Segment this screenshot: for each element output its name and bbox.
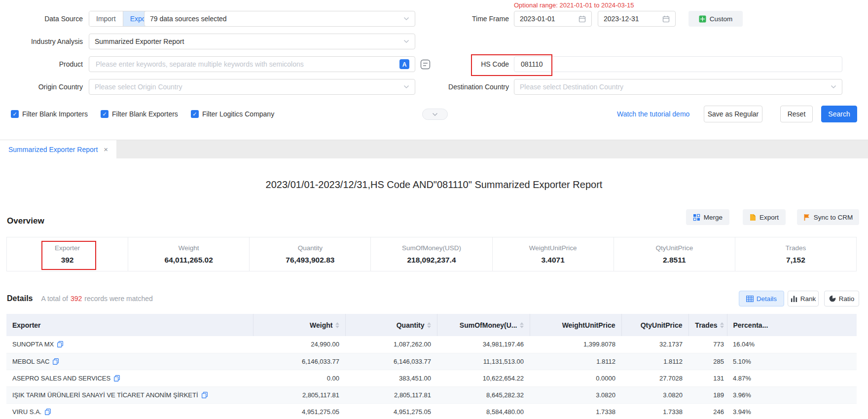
exporter-name-link[interactable]: VIRU S.A. — [12, 408, 41, 416]
grid-calendar-icon — [699, 15, 706, 23]
view-details-button[interactable]: Details — [739, 291, 784, 306]
merge-icon — [693, 214, 700, 221]
view-rank-label: Rank — [800, 295, 816, 303]
exporter-name-link[interactable]: SUNOPTA MX — [12, 341, 54, 348]
checkbox-checked-icon[interactable]: ✓ — [191, 110, 199, 118]
custom-range-button[interactable]: Custom — [688, 11, 743, 27]
cell-weight-unit-price: 1.8112 — [530, 353, 621, 370]
stat-label: QtyUnitPrice — [655, 244, 693, 252]
details-header: Details A total of392records were matche… — [7, 291, 153, 306]
copy-icon[interactable] — [53, 358, 59, 365]
view-ratio-label: Ratio — [839, 295, 855, 303]
table-row: IŞIK TARIM ÜRÜNLERİ SANAYİ VE TİCARET AN… — [6, 386, 857, 403]
destination-country-select[interactable]: Please select Destination Country — [514, 79, 842, 95]
stat-value: 76,493,902.83 — [286, 256, 334, 265]
close-icon[interactable]: × — [104, 146, 108, 153]
copy-icon[interactable] — [45, 409, 51, 415]
hs-code-input[interactable] — [520, 60, 836, 69]
import-toggle-button[interactable]: Import — [89, 11, 123, 26]
checkbox-label: Filter Blank Exporters — [112, 110, 178, 118]
stat-value: 2.8511 — [663, 256, 686, 265]
sort-icon — [520, 322, 524, 328]
cell-quantity: 6,146,033.77 — [345, 353, 437, 370]
stat-value: 3.4071 — [541, 256, 564, 265]
search-button[interactable]: Search — [821, 106, 857, 122]
cell-percentage: 5.10% — [727, 353, 857, 370]
checkbox-filter-blank-exporters[interactable]: ✓ Filter Blank Exporters — [101, 110, 178, 118]
stat-value: 7,152 — [786, 256, 805, 265]
sort-icon — [720, 322, 724, 328]
exporter-name-link[interactable]: ASEPRO SALES AND SERVICES — [12, 375, 110, 382]
table-row: MEBOL SAC 6,146,033.77 6,146,033.77 11,1… — [6, 353, 857, 370]
origin-country-select[interactable]: Please select Origin Country — [89, 79, 415, 95]
view-rank-button[interactable]: Rank — [788, 291, 819, 306]
cell-weight-unit-price: 0.0000 — [530, 370, 621, 386]
reset-button[interactable]: Reset — [780, 106, 813, 122]
copy-icon[interactable] — [202, 392, 208, 398]
cell-weight-unit-price: 1,399.8078 — [530, 336, 621, 353]
example-keywords-icon[interactable] — [420, 59, 431, 70]
stat-label: Weight — [179, 244, 199, 252]
overview-heading: Overview — [7, 216, 44, 226]
end-date-value: 2023-12-31 — [604, 15, 658, 23]
col-quantity[interactable]: Quantity — [345, 314, 437, 336]
col-sum-of-money[interactable]: SumOfMoney(U... — [437, 314, 530, 336]
chevron-down-icon — [403, 39, 409, 43]
tab-label: Summarized Exporter Report — [8, 146, 98, 153]
merge-label: Merge — [704, 214, 723, 221]
copy-icon[interactable] — [57, 341, 63, 347]
sync-crm-flag-icon — [803, 214, 810, 221]
export-file-icon — [750, 214, 756, 221]
stat-label: SumOfMoney(USD) — [402, 244, 461, 252]
checkbox-label: Filter Logitics Company — [202, 110, 274, 118]
save-as-regular-button[interactable]: Save as Regular — [704, 106, 762, 122]
cell-weight: 6,146,033.77 — [253, 353, 345, 370]
col-trades[interactable]: Trades — [688, 314, 727, 336]
cell-quantity: 4,951,275.05 — [345, 403, 437, 419]
export-label: Export — [760, 214, 779, 221]
export-button[interactable]: Export — [743, 209, 786, 225]
checkbox-checked-icon[interactable]: ✓ — [101, 110, 108, 118]
start-date-input[interactable]: 2023-01-01 — [514, 11, 592, 27]
optional-range-note: Optional range: 2021-01-01 to 2024-03-15 — [514, 1, 634, 9]
cell-trades: 773 — [688, 336, 727, 353]
checkbox-filter-logistics-company[interactable]: ✓ Filter Logitics Company — [191, 110, 274, 118]
col-qty-unit-price: QtyUnitPrice — [621, 314, 688, 336]
exporter-name-link[interactable]: IŞIK TARIM ÜRÜNLERİ SANAYİ VE TİCARET AN… — [12, 391, 198, 399]
copy-icon[interactable] — [114, 375, 120, 381]
translate-icon[interactable]: A — [399, 59, 409, 69]
view-ratio-button[interactable]: Ratio — [824, 291, 859, 306]
cell-percentage: 3.96% — [727, 386, 857, 403]
data-source-select[interactable]: 79 data sources selected — [144, 11, 415, 27]
calendar-icon[interactable] — [662, 15, 670, 23]
exporter-name-link[interactable]: MEBOL SAC — [12, 358, 49, 365]
checkbox-filter-blank-importers[interactable]: ✓ Filter Blank Importers — [11, 110, 88, 118]
cell-exporter: IŞIK TARIM ÜRÜNLERİ SANAYİ VE TİCARET AN… — [6, 386, 253, 403]
view-details-label: Details — [757, 295, 777, 303]
report-title: 2023/01/01-2023/12/31,HS Code AND"081110… — [0, 179, 868, 190]
hs-code-field[interactable] — [514, 56, 842, 72]
stat-value: 64,011,265.02 — [165, 256, 213, 265]
time-frame-label: Time Frame — [459, 11, 509, 27]
stat-exporter: Exporter 392 — [7, 237, 128, 271]
product-keywords-input[interactable] — [95, 60, 396, 69]
col-weight[interactable]: Weight — [253, 314, 345, 336]
merge-button[interactable]: Merge — [686, 209, 729, 225]
cell-sum-of-money: 11,131,513.00 — [437, 353, 530, 370]
table-grid-icon — [746, 296, 754, 302]
hs-code-label: HS Code — [459, 56, 509, 72]
sort-icon — [335, 322, 339, 328]
origin-country-placeholder: Please select Origin Country — [95, 83, 399, 91]
calendar-icon[interactable] — [579, 15, 586, 23]
checkbox-checked-icon[interactable]: ✓ — [11, 110, 19, 118]
tab-summarized-exporter-report[interactable]: Summarized Exporter Report × — [0, 140, 116, 158]
destination-country-placeholder: Please select Destination Country — [520, 83, 827, 91]
data-source-label: Data Source — [0, 11, 83, 27]
end-date-input[interactable]: 2023-12-31 — [598, 11, 676, 27]
tutorial-demo-link[interactable]: Watch the tutorial demo — [617, 106, 689, 122]
industry-analysis-select[interactable]: Summarized Exporter Report — [89, 34, 415, 49]
expand-filters-button[interactable] — [422, 109, 448, 120]
sync-to-crm-button[interactable]: Sync to CRM — [797, 209, 859, 225]
svg-text:A: A — [402, 61, 407, 68]
product-keywords-field[interactable]: A — [89, 56, 415, 72]
